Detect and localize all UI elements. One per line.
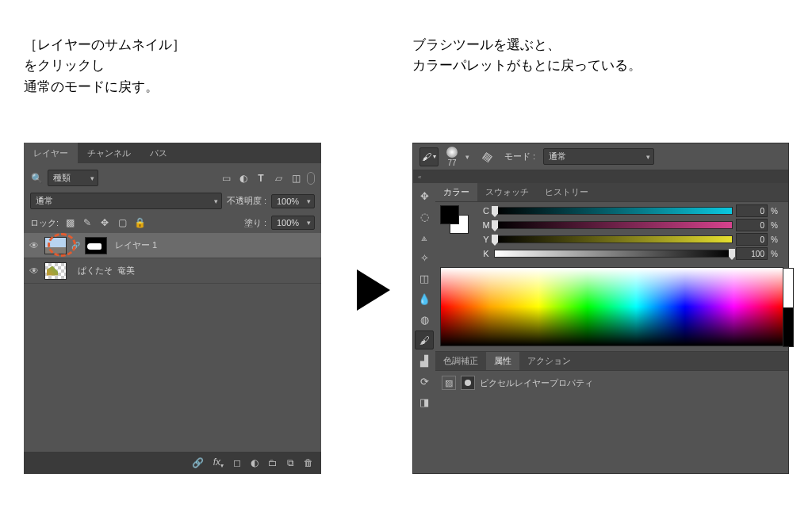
filter-image-icon[interactable]: ▭ xyxy=(220,172,232,185)
filter-adjustment-icon[interactable]: ◐ xyxy=(237,172,250,185)
fg-swatch[interactable] xyxy=(440,205,459,224)
filter-smart-icon[interactable]: ◫ xyxy=(289,172,302,185)
new-layer-icon[interactable]: ⧉ xyxy=(287,457,294,468)
c-label: C xyxy=(481,206,491,216)
properties-title: ピクセルレイヤープロパティ xyxy=(480,377,593,389)
slider-row-c: C 0 % xyxy=(477,204,785,218)
filter-kind-select[interactable]: 種類 xyxy=(48,170,98,186)
brush-icon: 🖌 xyxy=(422,151,431,162)
lock-position-icon[interactable]: ✥ xyxy=(98,216,111,229)
options-bar: 🖌 ▾ 77 ▾ ▤ モード : 通常 xyxy=(413,143,788,170)
layer-row-2[interactable]: 👁 ぱくたそ 奄美 xyxy=(24,258,321,284)
magic-wand-tool[interactable]: ✧ xyxy=(415,248,434,267)
color-panel: カラー スウォッチ ヒストリー C 0 % xyxy=(435,183,788,351)
layer-mask-thumbnail[interactable] xyxy=(85,237,107,254)
stamp-tool[interactable]: ▟ xyxy=(415,351,434,370)
opacity-label: 不透明度 : xyxy=(227,195,266,207)
y-value[interactable]: 0 xyxy=(736,233,768,246)
opacity-select[interactable]: 100% xyxy=(271,194,315,208)
k-label: K xyxy=(481,249,491,258)
caption-left: ［レイヤーのサムネイル］ をクリックし 通常のモードに戻す。 xyxy=(24,35,186,97)
tab-swatches[interactable]: スウォッチ xyxy=(477,183,537,201)
right-panel-group: 🖌 ▾ 77 ▾ ▤ モード : 通常 « ✥ ◌ ⟁ ✧ ◫ 💧 ◍ 🖌 ▟ … xyxy=(412,143,789,474)
layers-bottom-bar: 🔗 fx▾ ◻ ◐ 🗀 ⧉ 🗑 xyxy=(24,452,321,474)
layer-thumbnail[interactable] xyxy=(44,262,67,280)
arrow-right-icon xyxy=(357,269,390,311)
c-value[interactable]: 0 xyxy=(736,204,768,217)
healing-tool[interactable]: ◍ xyxy=(415,310,434,329)
lock-all-icon[interactable]: 🔒 xyxy=(133,216,146,229)
slider-k[interactable] xyxy=(494,250,733,258)
tools-panel: ✥ ◌ ⟁ ✧ ◫ 💧 ◍ 🖌 ▟ ⟳ ◨ xyxy=(413,183,435,473)
chevron-left-icon: « xyxy=(418,174,421,181)
eraser-tool[interactable]: ◨ xyxy=(415,392,434,411)
slider-c[interactable] xyxy=(494,207,733,215)
search-icon: 🔍 xyxy=(30,172,43,185)
slider-row-k: K 100 % xyxy=(477,246,785,261)
move-tool[interactable]: ✥ xyxy=(415,186,434,205)
mode-select[interactable]: 通常 xyxy=(543,148,654,165)
brush-size-value: 77 xyxy=(447,159,456,167)
y-label: Y xyxy=(481,235,491,244)
caption-right: ブラシツールを選ぶと、 カラーパレットがもとに戻っている。 xyxy=(412,35,642,77)
lock-transparency-icon[interactable]: ▩ xyxy=(63,216,76,229)
fg-bg-swatches[interactable] xyxy=(440,205,469,234)
k-value[interactable]: 100 xyxy=(736,247,768,260)
adjustment-layer-icon[interactable]: ◐ xyxy=(251,457,259,468)
tool-preset-picker[interactable]: 🖌 ▾ xyxy=(419,147,439,166)
fill-select[interactable]: 100% xyxy=(271,216,315,230)
brush-preset-picker[interactable]: 77 xyxy=(446,147,458,167)
layer-name[interactable]: レイヤー 1 xyxy=(115,239,157,251)
visibility-toggle-icon[interactable]: 👁 xyxy=(27,239,41,253)
fx-icon[interactable]: fx▾ xyxy=(213,456,224,469)
group-icon[interactable]: 🗀 xyxy=(268,457,278,468)
tab-adjustments[interactable]: 色調補正 xyxy=(435,352,486,370)
layer-name[interactable]: ぱくたそ 奄美 xyxy=(78,265,135,277)
filter-toggle-switch[interactable] xyxy=(307,172,315,185)
tab-channels[interactable]: チャンネル xyxy=(78,143,140,163)
tab-properties[interactable]: 属性 xyxy=(486,352,519,370)
marquee-tool[interactable]: ◌ xyxy=(415,207,434,226)
lock-image-icon[interactable]: ✎ xyxy=(81,216,94,229)
add-mask-icon[interactable]: ◻ xyxy=(233,457,241,468)
thumbnail-highlight-ring xyxy=(48,233,76,257)
layer-filter-row: 🔍 種類 ▭ ◐ T ▱ ◫ xyxy=(24,163,321,189)
tab-actions[interactable]: アクション xyxy=(519,352,579,370)
mode-label: モード : xyxy=(504,151,535,162)
link-layers-icon[interactable]: 🔗 xyxy=(192,457,204,468)
collapse-strip[interactable]: « xyxy=(413,170,788,183)
m-label: M xyxy=(481,220,491,230)
filter-shape-icon[interactable]: ▱ xyxy=(272,172,285,185)
brush-tip-icon xyxy=(446,147,458,158)
color-spectrum[interactable] xyxy=(440,267,783,346)
tab-color[interactable]: カラー xyxy=(435,183,477,201)
slider-row-y: Y 0 % xyxy=(477,232,785,246)
layers-list: 👁 🔗 レイヤー 1 👁 ぱくたそ 奄美 xyxy=(24,233,321,284)
tab-paths[interactable]: パス xyxy=(140,143,177,163)
tab-history[interactable]: ヒストリー xyxy=(537,183,596,201)
trash-icon[interactable]: 🗑 xyxy=(304,457,313,468)
slider-row-m: M 0 % xyxy=(477,218,785,232)
slider-y[interactable] xyxy=(494,235,733,243)
brush-settings-icon[interactable]: ▤ xyxy=(477,147,496,166)
slider-m[interactable] xyxy=(494,221,733,229)
polygonal-lasso-tool[interactable]: ⟁ xyxy=(415,227,434,246)
lock-fill-row: ロック: ▩ ✎ ✥ ▢ 🔒 塗り : 100% xyxy=(24,212,321,233)
crop-tool[interactable]: ◫ xyxy=(415,269,434,288)
lock-artboard-icon[interactable]: ▢ xyxy=(116,216,128,229)
blend-mode-select[interactable]: 通常 xyxy=(30,193,222,209)
layers-panel: レイヤー チャンネル パス 🔍 種類 ▭ ◐ T ▱ ◫ 通常 不透明度 : 1… xyxy=(24,143,321,474)
brush-tool[interactable]: 🖌 xyxy=(415,330,434,349)
panels-column: カラー スウォッチ ヒストリー C 0 % xyxy=(435,183,788,473)
filter-type-icon[interactable]: T xyxy=(255,172,267,185)
visibility-toggle-icon[interactable]: 👁 xyxy=(27,264,41,278)
m-value[interactable]: 0 xyxy=(736,219,768,231)
mask-prop-icon xyxy=(461,376,475,390)
eyedropper-tool[interactable]: 💧 xyxy=(415,289,434,308)
tab-layers[interactable]: レイヤー xyxy=(24,143,78,163)
blend-opacity-row: 通常 不透明度 : 100% xyxy=(24,189,321,212)
history-brush-tool[interactable]: ⟳ xyxy=(415,372,434,391)
properties-title-row: ▨ ピクセルレイヤープロパティ xyxy=(435,371,788,395)
fill-label: 塗り : xyxy=(244,217,266,229)
pixel-layer-icon: ▨ xyxy=(442,376,456,390)
